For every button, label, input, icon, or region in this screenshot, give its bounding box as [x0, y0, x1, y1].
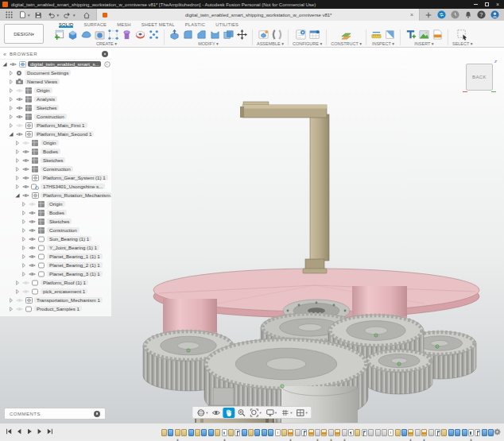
browser-item-label[interactable]: digital_twin_enabled_smart_s... [28, 61, 101, 67]
section-icon[interactable] [384, 29, 396, 41]
file-icon[interactable] [17, 10, 26, 19]
timeline-feature-joint[interactable] [328, 429, 334, 436]
ribbon-tab-plastic[interactable]: PLASTIC [185, 22, 206, 28]
visibility-eye-icon[interactable] [21, 167, 29, 172]
browser-item-label[interactable]: Bodies [47, 210, 67, 215]
timeline-feature-loop[interactable] [222, 429, 227, 436]
insertmesh-icon[interactable] [405, 29, 417, 41]
collapse-arrow-icon[interactable] [9, 114, 14, 119]
plane-icon[interactable] [340, 29, 352, 41]
select-icon[interactable] [456, 29, 468, 41]
timeline-feature-solid[interactable] [262, 429, 267, 436]
timeline-feature-solid[interactable] [401, 429, 407, 436]
revolve-icon[interactable] [94, 29, 106, 41]
timeline-feature-sketch[interactable] [441, 429, 447, 436]
hole-icon[interactable] [134, 29, 146, 41]
browser-item-label[interactable]: Construction [41, 166, 73, 172]
browser-item[interactable]: digital_twin_enabled_smart_s... [0, 60, 111, 68]
timeline-feature-flag[interactable] [362, 429, 367, 436]
timeline-feature-solid[interactable] [482, 429, 487, 436]
collapse-arrow-icon[interactable] [21, 254, 26, 259]
visibility-eye-icon[interactable] [28, 272, 36, 277]
pattern-icon[interactable] [148, 29, 160, 41]
ribbon-tab-utilities[interactable]: UTILITIES [215, 22, 238, 28]
browser-item[interactable]: pick_encasement 1 [0, 287, 111, 296]
visibility-eye-icon[interactable] [28, 254, 36, 259]
timeline-feature-flag[interactable] [235, 429, 240, 436]
bolt-icon[interactable] [121, 29, 133, 41]
collapse-arrow-icon[interactable] [15, 158, 20, 163]
collapse-arrow-icon[interactable] [15, 289, 20, 294]
ribbon-group-label[interactable]: SELECT ▾ [452, 41, 473, 46]
ribbon-group-label[interactable]: CREATE ▾ [96, 41, 117, 46]
loft-icon[interactable] [107, 29, 119, 41]
browser-item[interactable]: Platform_Roof (1) 1 [0, 278, 111, 287]
browser-item-label[interactable]: 17HS3401_Usongshine s... [41, 184, 105, 189]
ribbon-group-label[interactable]: MODIFY ▾ [198, 41, 219, 46]
visibility-eye-icon[interactable] [15, 132, 23, 137]
browser-item-label[interactable]: Document Settings [25, 70, 71, 75]
collapse-arrow-icon[interactable] [15, 176, 20, 180]
timeline-feature-solid[interactable] [254, 429, 260, 436]
browser-item[interactable]: Planet_Bearing_1 (1) 1 [0, 252, 111, 261]
visibility-eye-icon[interactable] [15, 114, 23, 119]
collapse-panel-icon[interactable]: « [3, 52, 6, 57]
step-forward-button[interactable] [36, 428, 43, 435]
canvas-icon[interactable] [418, 29, 430, 41]
job-status-icon[interactable] [437, 10, 446, 19]
ribbon-tab-surface[interactable]: SURFACE [83, 22, 107, 28]
browser-item[interactable]: 17HS3401_Usongshine s... [0, 182, 111, 191]
browser-item-label[interactable]: Analysis [34, 96, 57, 102]
ribbon-group-label[interactable]: INSPECT ▾ [372, 41, 394, 46]
browser-item-label[interactable]: Bodies [41, 149, 60, 154]
visibility-eye-icon[interactable] [21, 184, 29, 189]
timeline-feature-solid[interactable] [268, 429, 273, 436]
timeline-feature-solid[interactable] [455, 429, 460, 436]
timeline-feature-move[interactable] [348, 429, 354, 436]
visibility-eye-icon[interactable] [28, 246, 36, 250]
timeline-feature-joint[interactable] [368, 429, 374, 436]
expand-arrow-icon[interactable] [15, 193, 20, 198]
chamfer-icon[interactable] [196, 29, 207, 41]
configtable-icon[interactable] [308, 29, 320, 41]
browser-item[interactable]: Document Settings [0, 68, 111, 77]
collapse-arrow-icon[interactable] [9, 106, 14, 110]
browser-item[interactable]: Sketches [0, 103, 111, 112]
browser-item[interactable]: Construction [0, 164, 111, 173]
browser-item-label[interactable]: Origin [47, 201, 65, 207]
maximize-button[interactable] [485, 2, 489, 6]
visibility-eye-icon[interactable] [15, 307, 23, 311]
timeline-feature-dxf[interactable] [421, 429, 427, 436]
comments-panel[interactable]: COMMENTS [4, 408, 106, 420]
browser-item-label[interactable]: Platform_Rotation_Mechanism... [41, 192, 111, 198]
collapse-arrow-icon[interactable] [9, 123, 14, 128]
timeline-feature-joint[interactable] [375, 429, 381, 436]
ribbon-tab-solid[interactable]: SOLID [59, 22, 73, 28]
collapse-arrow-icon[interactable] [9, 298, 14, 303]
timeline-feature-joint[interactable] [428, 429, 434, 436]
timeline-feature-flag[interactable] [435, 429, 440, 436]
collapse-arrow-icon[interactable] [15, 149, 20, 154]
visibility-eye-icon[interactable] [21, 193, 29, 198]
look-at-icon[interactable] [211, 408, 223, 418]
timeline-feature-sketch[interactable] [175, 429, 180, 436]
visibility-eye-icon[interactable] [21, 280, 29, 285]
visibility-eye-icon[interactable] [21, 289, 29, 294]
visibility-eye-icon[interactable] [28, 202, 36, 207]
timeline-settings-icon[interactable] [494, 428, 501, 435]
timeline-feature-solid[interactable] [201, 429, 207, 436]
timeline-feature-solid[interactable] [488, 429, 494, 436]
visibility-eye-icon[interactable] [21, 158, 29, 163]
browser-item-label[interactable]: Planet_Bearing_2 (1) 1 [47, 262, 103, 268]
browser-item[interactable]: Origin [0, 199, 111, 208]
collapse-arrow-icon[interactable] [15, 280, 20, 285]
ribbon-group-label[interactable]: ASSEMBLE ▾ [257, 41, 284, 46]
new-tab-icon[interactable] [425, 11, 432, 19]
timeline-feature-sketch[interactable] [181, 429, 187, 436]
browser-item[interactable]: Sketches [0, 156, 111, 164]
timeline-feature-sketch[interactable] [395, 429, 401, 436]
browser-item[interactable]: Platform_Main_First 1 [0, 121, 111, 130]
browser-item-label[interactable]: Construction [34, 114, 67, 119]
browser-item[interactable]: Construction [0, 226, 111, 234]
visibility-eye-icon[interactable] [21, 141, 29, 145]
